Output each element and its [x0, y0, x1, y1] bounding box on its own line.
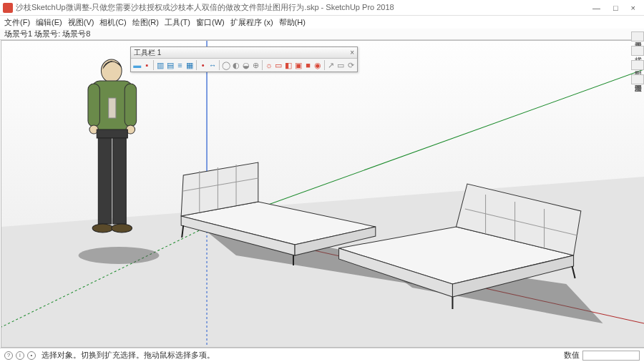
tool-m-icon[interactable]: ☼: [265, 60, 273, 70]
tray: 最小图 样式 阴影 图层管理: [631, 29, 644, 84]
menu-extensions[interactable]: 扩展程序 (x): [230, 17, 273, 28]
toolbar-separator: [262, 60, 263, 70]
tool-q-icon[interactable]: ■: [304, 60, 313, 70]
svg-rect-27: [125, 84, 136, 127]
menu-view[interactable]: 视图(V): [68, 17, 94, 28]
status-help-icon[interactable]: ?: [4, 351, 13, 360]
menu-help[interactable]: 帮助(H): [279, 17, 306, 28]
window-controls: — □ ×: [592, 4, 641, 12]
svg-rect-33: [113, 138, 126, 224]
tool-i-icon[interactable]: ◯: [222, 60, 230, 70]
scene-label[interactable]: 场景号1 场景号: 场景号8: [4, 29, 90, 39]
svg-point-34: [92, 224, 113, 233]
close-button[interactable]: ×: [631, 4, 635, 12]
window-title: 沙枝SketchUp微调整-只做您需要沙枝授权或沙枝本人双倍的做改文件部址图用行…: [16, 2, 592, 13]
svg-rect-30: [109, 98, 116, 118]
svg-rect-32: [98, 138, 111, 224]
status-info-icon[interactable]: i: [16, 351, 24, 360]
tray-tab-2[interactable]: 阴影: [631, 60, 644, 70]
svg-rect-31: [97, 129, 127, 138]
toolbar-separator: [196, 60, 197, 70]
floating-toolbar[interactable]: 工具栏 1 × ▬▪▥▤≡▦•↔◯◐◒⊕☼▭◧▣■◉↗▭⟳: [130, 47, 358, 72]
viewport[interactable]: 工具栏 1 × ▬▪▥▤≡▦•↔◯◐◒⊕☼▭◧▣■◉↗▭⟳: [1, 40, 644, 348]
tool-c-icon[interactable]: ▥: [156, 60, 165, 70]
tool-d-icon[interactable]: ▤: [166, 60, 175, 70]
tool-l-icon[interactable]: ⊕: [251, 60, 260, 70]
measure-input[interactable]: [582, 351, 640, 361]
scale-figure: [88, 59, 137, 233]
menu-file[interactable]: 文件(F): [4, 17, 30, 28]
tool-t-icon[interactable]: ▭: [337, 60, 346, 70]
titlebar: 沙枝SketchUp微调整-只做您需要沙枝授权或沙枝本人双倍的做改文件部址图用行…: [0, 0, 644, 16]
tool-e-icon[interactable]: ≡: [176, 60, 185, 70]
tool-n-icon[interactable]: ▭: [275, 60, 283, 70]
statusbar: ? i • 选择对象。切换到扩充选择。拖动鼠标选择多项。 数值: [0, 348, 644, 362]
menu-edit[interactable]: 编辑(E): [36, 17, 62, 28]
tray-tab-3[interactable]: 图层管理: [631, 74, 644, 84]
tool-p-icon[interactable]: ▣: [294, 60, 303, 70]
toolbar-separator: [324, 60, 325, 70]
status-user-icon[interactable]: •: [27, 351, 36, 360]
tool-k-icon[interactable]: ◒: [242, 60, 250, 70]
measure-label: 数值: [564, 350, 580, 361]
toolbar-close-icon[interactable]: ×: [350, 49, 354, 57]
maximize-button[interactable]: □: [613, 4, 618, 12]
tool-b-icon[interactable]: ▪: [143, 60, 152, 70]
tray-tab-1[interactable]: 样式: [631, 46, 644, 56]
tool-r-icon[interactable]: ◉: [313, 60, 322, 70]
tray-tab-0[interactable]: 最小图: [631, 31, 644, 41]
status-icons: ? i •: [4, 351, 36, 360]
toolbar-separator: [219, 60, 220, 70]
menu-camera[interactable]: 相机(C): [99, 17, 126, 28]
svg-point-3: [79, 247, 160, 264]
toolbar-icons: ▬▪▥▤≡▦•↔◯◐◒⊕☼▭◧▣■◉↗▭⟳: [131, 59, 357, 72]
status-hint: 选择对象。切换到扩充选择。拖动鼠标选择多项。: [42, 350, 215, 361]
toolbar-separator: [153, 60, 154, 70]
toolbar-header[interactable]: 工具栏 1 ×: [131, 47, 357, 59]
menubar: 文件(F) 编辑(E) 视图(V) 相机(C) 绘图(R) 工具(T) 窗口(W…: [0, 16, 644, 29]
toolbar-title: 工具栏 1: [134, 48, 161, 58]
model-canvas: [1, 41, 644, 347]
tool-o-icon[interactable]: ◧: [284, 60, 293, 70]
menu-tools[interactable]: 工具(T): [165, 17, 190, 28]
tool-g-icon[interactable]: •: [199, 60, 208, 70]
tool-j-icon[interactable]: ◐: [232, 60, 240, 70]
svg-point-35: [112, 224, 132, 233]
tool-f-icon[interactable]: ▦: [185, 60, 194, 70]
tool-a-icon[interactable]: ▬: [133, 60, 142, 70]
tool-h-icon[interactable]: ↔: [208, 60, 217, 70]
tool-u-icon[interactable]: ⟳: [346, 60, 355, 70]
minimize-button[interactable]: —: [592, 4, 600, 12]
menu-draw[interactable]: 绘图(R): [132, 17, 159, 28]
svg-rect-26: [88, 84, 99, 127]
svg-point-24: [101, 59, 122, 82]
scene-tabs[interactable]: 场景号1 场景号: 场景号8: [0, 29, 644, 40]
tool-s-icon[interactable]: ↗: [327, 60, 336, 70]
app-icon: [3, 3, 13, 13]
menu-window[interactable]: 窗口(W): [196, 17, 225, 28]
